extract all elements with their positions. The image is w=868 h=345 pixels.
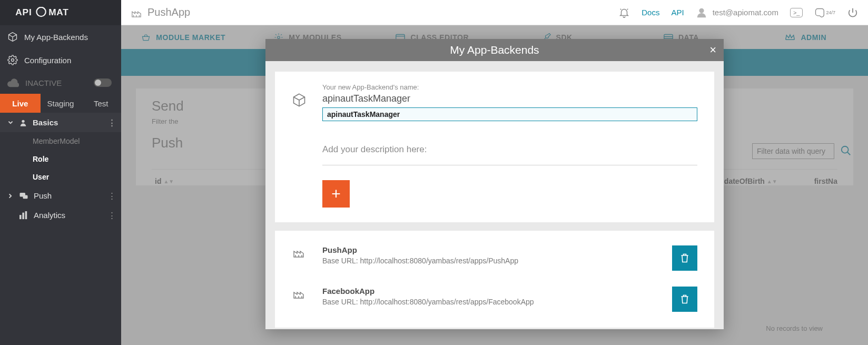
svg-rect-8 [19,215,22,219]
factory-icon [292,287,313,299]
cube-icon [7,32,18,42]
sidebar-push[interactable]: Push ⋮ [0,186,121,205]
bell-icon[interactable] [618,7,630,18]
backend-name: FacebookApp [322,287,663,295]
sidebar: API MAT My App-Backends Configuration [0,0,121,345]
more-icon[interactable]: ⋮ [108,211,116,220]
backend-name: PushApp [322,245,663,254]
backend-name-input[interactable] [322,107,697,121]
chart-icon [19,211,28,220]
svg-point-5 [22,120,24,122]
more-icon[interactable]: ⋮ [108,191,116,201]
cloud-icon [7,78,19,87]
api-link[interactable]: API [671,8,684,17]
docs-link[interactable]: Docs [642,8,659,17]
svg-rect-7 [23,195,28,199]
backend-list-panel: PushApp Base URL: http://localhost:8080/… [275,231,714,328]
chevron-right-icon [7,193,14,199]
sidebar-item-label: Analytics [34,211,65,220]
logo: API MAT [0,0,121,25]
new-name-label: Your new App-Backend's name: [322,83,697,91]
user-menu[interactable]: test@apiomat.com [696,7,778,18]
svg-rect-2 [37,8,44,15]
env-tabs: Live Staging Test [0,94,121,113]
modal-header: My App-Backends × [265,39,724,61]
svg-rect-10 [25,211,27,219]
delete-backend-button[interactable] [672,245,697,271]
close-icon[interactable]: × [709,43,716,57]
sidebar-sub-membermodel[interactable]: MemberModel [0,132,121,150]
env-tab-staging[interactable]: Staging [41,94,81,113]
delete-backend-button[interactable] [672,287,697,312]
sidebar-configuration[interactable]: Configuration [0,48,121,72]
user-email: test@apiomat.com [713,8,778,17]
backend-list-item[interactable]: PushApp Base URL: http://localhost:8080/… [292,242,697,283]
gear-icon [7,55,18,65]
backend-list-item[interactable]: FacebookApp Base URL: http://localhost:8… [292,283,697,324]
add-backend-button[interactable]: + [322,180,350,208]
person-icon [19,119,27,127]
app-title: PushApp [131,6,190,18]
sidebar-inactive-row: INACTIVE [0,72,121,94]
svg-rect-9 [22,212,24,219]
new-backend-panel: Your new App-Backend's name: apinautTask… [275,72,714,222]
sidebar-item-label: Basics [33,118,58,127]
power-icon[interactable] [847,7,859,18]
topbar: PushApp Docs API test@apiomat.com >_ 24/ [121,0,868,25]
inactive-label: INACTIVE [25,78,62,87]
modal: My App-Backends × Your new App-Backend's… [265,39,724,329]
backend-url: Base URL: http://localhost:8080/yambas/r… [322,257,663,265]
chat-icon [19,192,28,200]
description-label: Add your description here: [322,144,697,155]
sidebar-sub-user[interactable]: User [0,168,121,186]
svg-point-11 [699,8,704,13]
more-icon[interactable]: ⋮ [108,118,116,127]
modal-overlay: My App-Backends × Your new App-Backend's… [121,25,868,345]
factory-icon [131,7,142,18]
svg-point-4 [12,59,14,62]
avatar-icon [696,7,707,18]
description-input[interactable] [322,158,697,165]
sidebar-item-label: Configuration [24,56,71,65]
sidebar-item-label: My App-Backends [24,33,88,42]
chevron-down-icon [7,120,14,126]
sidebar-analytics[interactable]: Analytics ⋮ [0,205,121,225]
backend-url: Base URL: http://localhost:8080/yambas/r… [322,298,663,306]
env-tab-test[interactable]: Test [81,94,121,113]
sidebar-item-label: Push [34,191,52,200]
cube-icon [292,83,313,107]
support-icon[interactable]: 24/7 [814,7,835,18]
svg-text:API: API [15,7,32,17]
sidebar-my-backends[interactable]: My App-Backends [0,25,121,48]
name-static: apinautTaskManager [322,93,697,104]
deploy-toggle[interactable] [94,78,112,87]
factory-icon [292,245,313,258]
sidebar-section-basics[interactable]: Basics ⋮ [0,113,121,132]
terminal-icon[interactable]: >_ [790,8,803,17]
sidebar-sub-role[interactable]: Role [0,150,121,168]
env-tab-live[interactable]: Live [0,94,41,113]
support-badge: 24/7 [826,10,835,15]
modal-title: My App-Backends [450,44,539,56]
svg-text:MAT: MAT [48,7,68,17]
app-name-label: PushApp [147,6,190,18]
